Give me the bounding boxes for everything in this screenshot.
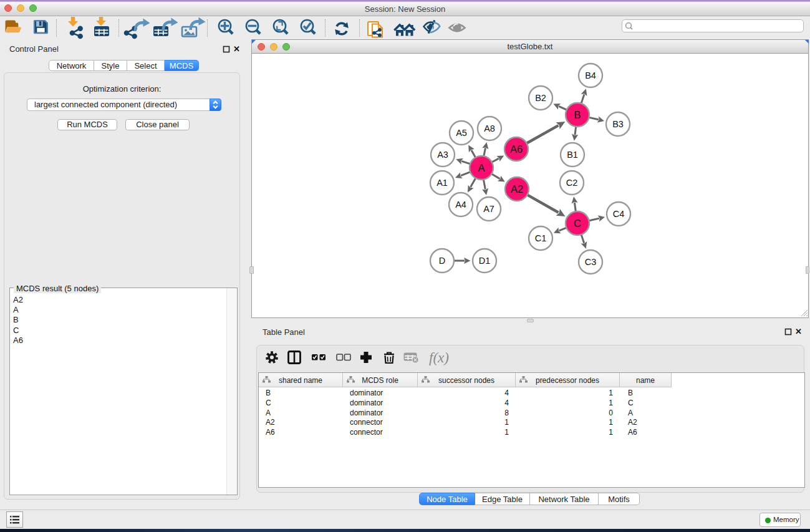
svg-text:f(x): f(x) [429,350,449,365]
svg-text:A5: A5 [456,128,467,138]
svg-text:A1: A1 [436,178,448,188]
svg-text:B2: B2 [535,93,546,103]
svg-text:C3: C3 [585,257,597,267]
svg-text:A6: A6 [510,143,523,155]
svg-text:A: A [478,162,485,173]
svg-text:B: B [574,109,581,120]
svg-text:A2: A2 [511,183,523,195]
svg-text:D: D [439,256,445,266]
svg-text:A8: A8 [484,123,495,133]
svg-text:C1: C1 [535,233,547,243]
svg-text:B3: B3 [612,119,624,129]
svg-text:B1: B1 [567,150,578,160]
svg-text:C: C [574,218,581,229]
svg-text:B4: B4 [585,70,596,80]
svg-text:A4: A4 [455,200,466,210]
svg-text:C2: C2 [566,178,578,188]
svg-text:A3: A3 [437,150,448,160]
svg-text:D1: D1 [479,256,491,266]
svg-text:A7: A7 [483,204,494,214]
svg-text:C4: C4 [613,209,625,219]
